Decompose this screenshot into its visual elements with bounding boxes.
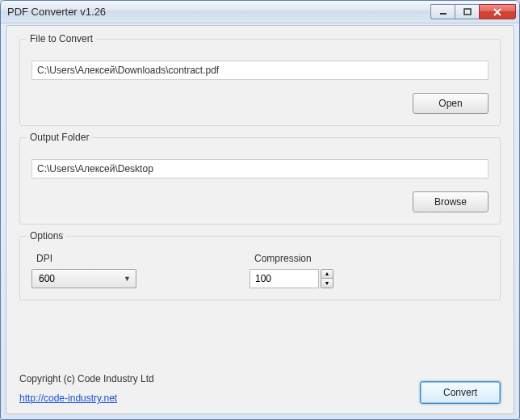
output-path-input[interactable] [31,159,489,178]
output-group-label: Output Folder [27,132,92,143]
file-to-convert-group: File to Convert Open [19,39,501,126]
window-controls [430,4,516,19]
client-area: File to Convert Open Output Folder Brows… [6,25,514,414]
compression-option: Compression ▲ ▼ [250,253,333,288]
dpi-value: 600 [39,273,55,284]
compression-label: Compression [254,253,333,264]
window-title: PDF Converter v1.26 [7,6,430,18]
minimize-icon [439,8,447,16]
minimize-button[interactable] [430,4,455,19]
titlebar: PDF Converter v1.26 [1,1,519,23]
footer: Copyright (c) Code Industry Ltd http://c… [19,373,501,404]
close-button[interactable] [479,4,516,19]
compression-step-up[interactable]: ▲ [321,269,333,279]
chevron-down-icon: ▼ [124,275,131,283]
browse-button[interactable]: Browse [413,191,489,212]
compression-step-down[interactable]: ▼ [321,279,333,288]
copyright-text: Copyright (c) Code Industry Ltd [19,373,154,384]
website-link[interactable]: http://code-industry.net [19,393,154,404]
convert-button[interactable]: Convert [420,381,501,404]
dpi-label: DPI [36,253,136,264]
chevron-down-icon: ▼ [325,280,330,287]
close-icon [493,7,502,17]
dpi-combobox[interactable]: 600 ▼ [31,269,136,288]
open-button[interactable]: Open [413,93,489,114]
dpi-option: DPI 600 ▼ [31,253,136,288]
compression-input[interactable] [250,269,319,288]
maximize-icon [463,8,472,16]
maximize-button[interactable] [455,4,479,19]
options-group-label: Options [27,230,66,242]
chevron-up-icon: ▲ [325,271,330,277]
svg-rect-1 [464,9,471,15]
file-path-input[interactable] [31,61,489,80]
output-folder-group: Output Folder Browse [19,137,501,225]
file-group-label: File to Convert [27,33,96,44]
app-window: PDF Converter v1.26 File to Convert Open… [0,0,520,420]
options-group: Options DPI 600 ▼ Compression ▲ [19,236,501,300]
